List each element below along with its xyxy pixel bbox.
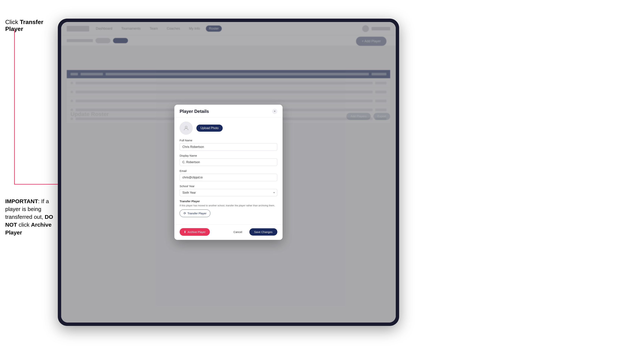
tablet-screen: Dashboard Tournaments Team Coaches My In…: [61, 22, 396, 323]
photo-row: Upload Photo: [180, 122, 277, 135]
modal-title: Player Details: [180, 109, 209, 114]
archive-player-button-label: Archive Player: [188, 230, 206, 233]
tablet-device: Dashboard Tournaments Team Coaches My In…: [58, 19, 399, 326]
transfer-player-button-label: Transfer Player: [188, 212, 206, 215]
instruction-important-area: IMPORTANT: If a player is being transfer…: [5, 197, 58, 236]
close-icon: ×: [274, 110, 276, 113]
instruction-important-bold1: IMPORTANT: [5, 198, 38, 204]
svg-point-0: [185, 126, 187, 128]
upload-photo-button[interactable]: Upload Photo: [196, 125, 223, 132]
modal-body: Upload Photo Full Name Display Name: [174, 118, 282, 225]
school-year-select[interactable]: First Year Second Year Third Year Fourth…: [180, 189, 277, 196]
modal-close-button[interactable]: ×: [272, 109, 277, 114]
annotation-line-vertical: [14, 30, 15, 184]
display-name-input[interactable]: [180, 159, 277, 166]
archive-icon: ⬇: [184, 230, 186, 234]
modal-header: Player Details ×: [174, 105, 282, 118]
full-name-group: Full Name: [180, 139, 277, 151]
player-avatar: [180, 122, 193, 135]
tablet-inner: Dashboard Tournaments Team Coaches My In…: [61, 22, 396, 323]
display-name-label: Display Name: [180, 154, 277, 157]
full-name-label: Full Name: [180, 139, 277, 142]
email-group: Email: [180, 169, 277, 181]
email-label: Email: [180, 169, 277, 173]
school-year-group: School Year First Year Second Year Third…: [180, 184, 277, 196]
transfer-section-description: If this player has moved to another scho…: [180, 204, 277, 207]
instruction-text2: click: [17, 222, 31, 228]
cancel-button[interactable]: Cancel: [230, 228, 246, 236]
school-year-label: School Year: [180, 184, 277, 188]
modal-overlay: Player Details ×: [61, 22, 396, 323]
school-year-select-wrapper: First Year Second Year Third Year Fourth…: [180, 189, 277, 196]
modal-footer: ⬇ Archive Player Cancel Save Changes: [174, 225, 282, 240]
full-name-input[interactable]: [180, 143, 277, 151]
archive-player-button[interactable]: ⬇ Archive Player: [180, 228, 210, 236]
person-icon: [183, 125, 189, 131]
email-input[interactable]: [180, 174, 277, 181]
display-name-group: Display Name: [180, 154, 277, 166]
transfer-icon: ⟳: [184, 211, 186, 215]
transfer-player-button[interactable]: ⟳ Transfer Player: [180, 209, 210, 217]
transfer-player-section: Transfer Player If this player has moved…: [180, 200, 277, 217]
instruction-click-text: Click Transfer Player: [5, 19, 58, 32]
instruction-click-area: Click Transfer Player: [5, 19, 58, 36]
save-changes-button[interactable]: Save Changes: [249, 228, 277, 236]
transfer-section-label: Transfer Player: [180, 200, 277, 203]
player-details-modal: Player Details ×: [174, 105, 282, 240]
instruction-click-bold: Transfer Player: [5, 19, 44, 32]
footer-right-buttons: Cancel Save Changes: [230, 228, 277, 236]
